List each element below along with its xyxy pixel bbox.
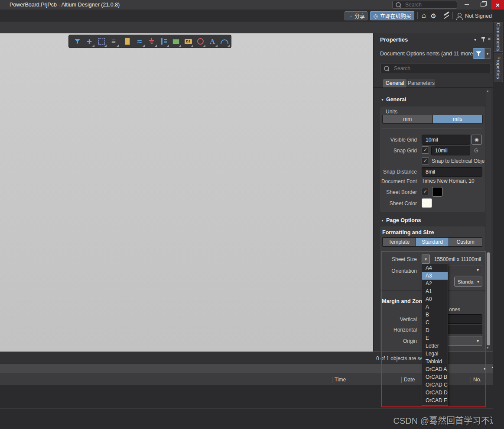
column-separator: [332, 377, 332, 383]
sidebar-tab-properties[interactable]: Properties: [494, 53, 503, 82]
dropdown-item[interactable]: A0: [422, 295, 448, 303]
global-search-input[interactable]: [404, 1, 454, 8]
place-designator-icon[interactable]: D1: [182, 35, 194, 48]
minimize-button[interactable]: [460, 0, 473, 10]
panel-pin-icon[interactable]: [481, 37, 485, 42]
snap-grid-hotkey: G: [474, 148, 478, 154]
visible-grid-eye-button[interactable]: ◉: [471, 135, 482, 145]
column-header-no[interactable]: No.: [473, 377, 481, 383]
move-icon[interactable]: +: [83, 35, 95, 48]
share-button[interactable]: → 分享: [345, 11, 367, 20]
altium-designer-window: PowerBoard.PrjPcb - Altium Designer (21.…: [0, 0, 504, 429]
format-standard-button[interactable]: Standard: [416, 238, 449, 246]
place-gnd-icon[interactable]: [146, 35, 158, 48]
panel-search-box[interactable]: [380, 64, 491, 73]
sheet-border-checkbox[interactable]: ✓: [422, 188, 429, 195]
dropdown-item[interactable]: OrCAD E: [422, 397, 448, 404]
dropdown-item[interactable]: B: [422, 311, 448, 319]
dropdown-item[interactable]: A2: [422, 280, 448, 287]
sidebar-tab-components[interactable]: Components: [494, 23, 503, 52]
place-part-icon[interactable]: [121, 35, 133, 48]
format-custom-button[interactable]: Custom: [449, 238, 482, 246]
dropdown-item[interactable]: A4: [422, 264, 448, 272]
dropdown-item[interactable]: C: [422, 319, 448, 326]
panel-search-input[interactable]: [393, 65, 481, 72]
sheet-size-dropdown-button[interactable]: ▾: [422, 255, 430, 264]
document-font-link[interactable]: Times New Roman, 10: [422, 178, 475, 185]
panel-menu-caret-icon[interactable]: ▾: [474, 38, 476, 42]
dropdown-item[interactable]: Letter: [422, 342, 448, 350]
column-header-date[interactable]: Date: [404, 377, 415, 383]
section-page-options-header[interactable]: ▼ Page Options: [381, 217, 421, 223]
place-text-icon[interactable]: A: [206, 35, 218, 48]
select-area-icon[interactable]: [95, 35, 107, 48]
chevron-down-icon: ▾: [425, 257, 427, 261]
dropdown-item[interactable]: OrCAD C: [422, 381, 448, 389]
eye-icon: ◉: [475, 137, 479, 142]
sheet-color-label: Sheet Color: [374, 200, 417, 206]
title-block-dropdown[interactable]: Standa ▾: [454, 277, 482, 287]
wire-glyph: ≈: [137, 37, 142, 45]
place-no-erc-icon[interactable]: [194, 35, 206, 48]
snap-electrical-label: Snap to Electrical Obje: [432, 158, 484, 164]
messages-menu-caret-icon[interactable]: ▾: [484, 367, 486, 371]
restore-icon: [481, 3, 485, 7]
units-toggle: mm mils: [382, 115, 483, 124]
place-component-icon[interactable]: [170, 35, 182, 48]
panel-filter-button[interactable]: [473, 48, 484, 59]
snap-distance-input[interactable]: [422, 167, 482, 177]
dropdown-item[interactable]: OrCAD B: [422, 373, 448, 381]
gear-icon: ⚙: [430, 12, 436, 19]
tab-general[interactable]: General: [383, 79, 406, 87]
close-button[interactable]: ×: [491, 0, 504, 10]
panel-scope-label: Document Options: [380, 51, 425, 57]
tab-parameters[interactable]: Parameters: [407, 79, 435, 87]
scroll-up-icon[interactable]: ▴: [487, 89, 489, 93]
dropdown-item[interactable]: A: [422, 303, 448, 311]
tab-underline: [373, 87, 493, 88]
units-mm-button[interactable]: mm: [383, 115, 433, 123]
dropdown-item[interactable]: OrCAD D: [422, 389, 448, 397]
dropdown-item[interactable]: A3: [422, 272, 448, 280]
watermark: CSDN @蓦然回首学习不迟: [390, 414, 498, 426]
dropdown-item[interactable]: OrCAD A: [422, 365, 448, 373]
panel-filter-caret-button[interactable]: ▾: [484, 48, 491, 59]
snap-grid-checkbox[interactable]: ✓: [422, 146, 429, 154]
dropdown-item[interactable]: A1: [422, 287, 448, 295]
search-icon: [384, 66, 389, 71]
align-icon[interactable]: ≡: [107, 35, 120, 48]
share-button-label: 分享: [354, 12, 365, 19]
panel-scrollbar-thumb[interactable]: [487, 252, 490, 345]
home-button[interactable]: ⌂: [420, 11, 428, 20]
dropdown-item[interactable]: Tabloid: [422, 358, 448, 365]
place-wire-icon[interactable]: ≈: [133, 35, 146, 48]
settings-button[interactable]: ⚙: [429, 11, 437, 21]
dropdown-item[interactable]: D: [422, 326, 448, 334]
document-font-label: Document Font: [374, 178, 417, 184]
buy-online-button[interactable]: ◎ 立即在线购买: [370, 11, 414, 20]
section-general-header[interactable]: ▼ General: [381, 97, 406, 103]
dropdown-item[interactable]: Legal: [422, 350, 448, 358]
schematic-canvas[interactable]: [0, 33, 373, 352]
place-power-port-icon[interactable]: [158, 35, 170, 48]
menu-separator: [440, 12, 440, 19]
sheet-border-color-swatch[interactable]: [432, 187, 442, 197]
units-mils-button[interactable]: mils: [433, 115, 483, 123]
visible-grid-input[interactable]: [422, 135, 470, 145]
snap-grid-input[interactable]: [431, 146, 470, 155]
place-arc-icon[interactable]: [218, 35, 231, 48]
snap-electrical-checkbox[interactable]: ✓: [422, 157, 429, 165]
zones-label-fragment: ones: [449, 306, 460, 313]
scroll-down-icon[interactable]: ▾: [487, 345, 489, 350]
restore-button[interactable]: [476, 0, 490, 10]
pencil-slash-button[interactable]: [443, 13, 450, 19]
filter-icon[interactable]: [71, 35, 83, 48]
menu-bar: → 分享 ◎ 立即在线购买 ⌂ ⚙ Not Signed In ▾: [0, 10, 504, 22]
column-header-time[interactable]: Time: [335, 377, 346, 383]
panel-close-icon[interactable]: ×: [488, 35, 491, 42]
user-icon: [456, 13, 462, 19]
global-search-box[interactable]: [392, 1, 457, 9]
format-template-button[interactable]: Template: [383, 238, 416, 246]
dropdown-item[interactable]: E: [422, 334, 448, 342]
sheet-color-swatch[interactable]: [422, 198, 432, 208]
